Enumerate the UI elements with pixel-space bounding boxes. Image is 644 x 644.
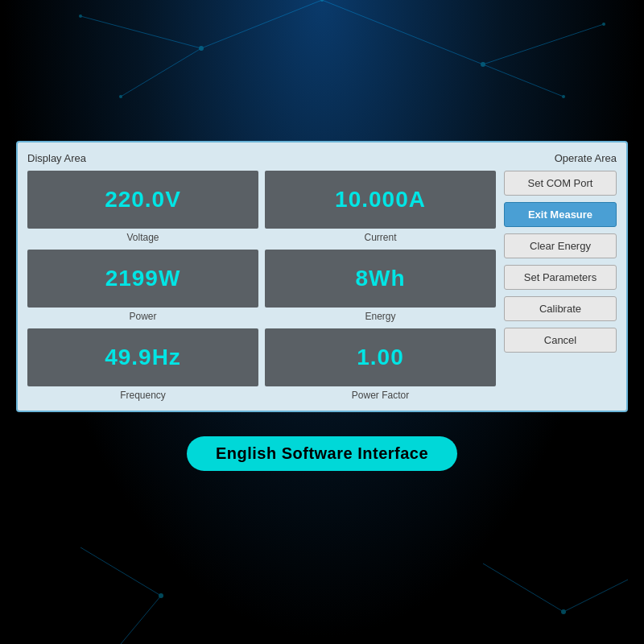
- set-com-port-button[interactable]: Set COM Port: [504, 171, 617, 196]
- frequency-value: 49.9Hz: [105, 345, 181, 370]
- svg-point-11: [79, 14, 82, 18]
- metric-current: 10.000A Current: [265, 171, 496, 243]
- exit-measure-button[interactable]: Exit Measure: [504, 202, 617, 227]
- calibrate-button[interactable]: Calibrate: [504, 296, 617, 321]
- bottom-label: English Software Interface: [187, 436, 457, 471]
- svg-point-12: [119, 95, 122, 98]
- voltage-display: 220.0V: [27, 171, 258, 229]
- display-area-label: Display Area: [27, 152, 496, 164]
- voltage-label: Voltage: [126, 232, 159, 243]
- bottom-label-wrap: English Software Interface: [187, 436, 457, 471]
- app-window: Display Area 220.0V Voltage 10.000A: [16, 141, 628, 412]
- metric-voltage: 220.0V Voltage: [27, 171, 258, 243]
- cancel-button[interactable]: Cancel: [504, 328, 617, 353]
- svg-point-9: [602, 23, 605, 26]
- power-display: 2199W: [27, 250, 258, 308]
- power-value: 2199W: [105, 266, 181, 291]
- power-label: Power: [129, 311, 156, 322]
- svg-line-4: [80, 16, 201, 48]
- svg-point-6: [481, 62, 485, 67]
- power-factor-display: 1.00: [265, 328, 496, 386]
- svg-point-17: [159, 593, 163, 598]
- power-factor-label: Power Factor: [352, 390, 409, 401]
- svg-line-15: [483, 564, 564, 612]
- svg-line-14: [121, 596, 161, 644]
- metric-frequency: 49.9Hz Frequency: [27, 328, 258, 401]
- clear-energy-button[interactable]: Clear Energy: [504, 233, 617, 258]
- power-factor-value: 1.00: [357, 345, 404, 370]
- svg-line-3: [201, 0, 322, 48]
- metric-power: 2199W Power: [27, 250, 258, 322]
- voltage-value: 220.0V: [105, 187, 181, 213]
- metric-power-factor: 1.00 Power Factor: [265, 328, 496, 401]
- current-value: 10.000A: [335, 187, 426, 213]
- svg-line-2: [483, 64, 564, 97]
- svg-point-8: [320, 0, 324, 2]
- energy-display: 8Wh: [265, 250, 496, 308]
- svg-line-16: [564, 580, 628, 612]
- current-label: Current: [364, 232, 396, 243]
- frequency-label: Frequency: [120, 390, 166, 401]
- frequency-display: 49.9Hz: [27, 328, 258, 386]
- set-parameters-button[interactable]: Set Parameters: [504, 265, 617, 290]
- operate-area-label: Operate Area: [504, 152, 617, 164]
- metrics-grid: 220.0V Voltage 10.000A Current: [27, 171, 496, 401]
- svg-point-7: [199, 46, 204, 51]
- svg-line-0: [322, 0, 483, 64]
- svg-line-1: [483, 24, 604, 64]
- svg-point-10: [562, 95, 565, 98]
- background: Display Area 220.0V Voltage 10.000A: [0, 0, 644, 644]
- current-display: 10.000A: [265, 171, 496, 229]
- display-area: Display Area 220.0V Voltage 10.000A: [27, 152, 496, 401]
- svg-point-18: [561, 609, 566, 614]
- svg-line-13: [80, 547, 161, 596]
- operate-area: Operate Area Set COM Port Exit Measure C…: [504, 152, 617, 401]
- svg-line-5: [121, 48, 201, 97]
- energy-label: Energy: [365, 311, 395, 322]
- energy-value: 8Wh: [355, 266, 405, 291]
- metric-energy: 8Wh Energy: [265, 250, 496, 322]
